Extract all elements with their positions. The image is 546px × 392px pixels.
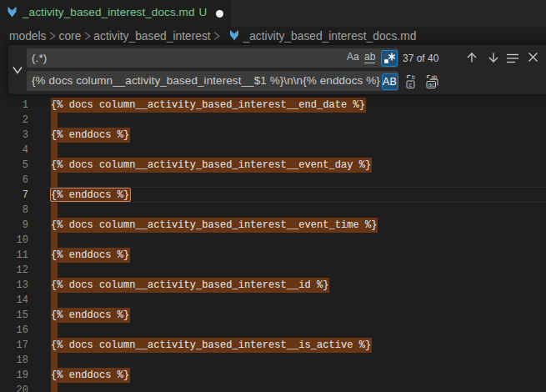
- svg-text:ac: ac: [428, 81, 434, 88]
- svg-text:b: b: [412, 74, 415, 80]
- svg-text:ab: ab: [431, 74, 438, 80]
- svg-text:c: c: [408, 81, 412, 88]
